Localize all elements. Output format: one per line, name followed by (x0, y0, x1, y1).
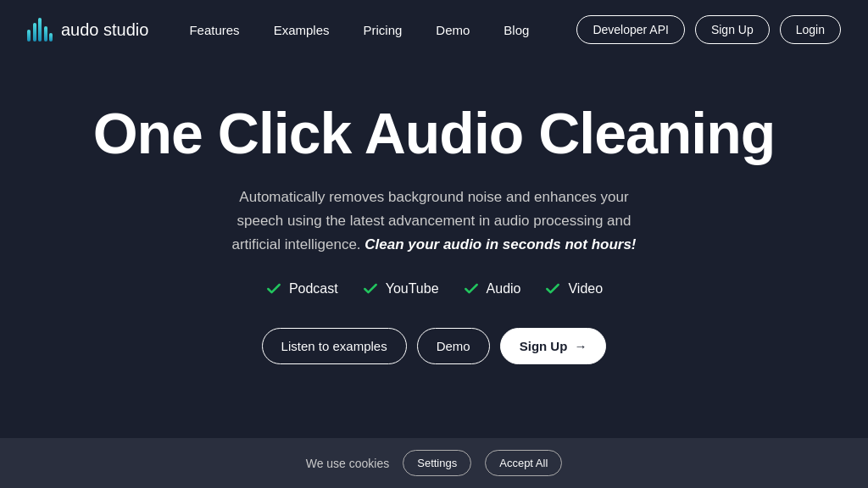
nav-links: Features Examples Pricing Demo Blog (189, 23, 576, 37)
hero-section: One Click Audio Cleaning Automatically r… (0, 59, 868, 385)
listen-examples-button[interactable]: Listen to examples (262, 328, 407, 364)
badge-youtube-label: YouTube (386, 281, 439, 297)
badge-audio: Audio (463, 280, 521, 297)
hero-title: One Click Audio Cleaning (93, 102, 776, 165)
badge-audio-label: Audio (487, 281, 521, 297)
nav-signup-button[interactable]: Sign Up (695, 15, 770, 44)
cookie-message: We use cookies (306, 457, 390, 470)
check-icon-video (544, 280, 561, 297)
check-icon-youtube (362, 280, 379, 297)
feature-badges: Podcast YouTube Audio Video (265, 280, 603, 297)
badge-video: Video (544, 280, 603, 297)
hero-signup-button[interactable]: Sign Up → (500, 328, 607, 364)
arrow-icon: → (574, 339, 587, 353)
developer-api-button[interactable]: Developer API (576, 15, 685, 44)
badge-podcast-label: Podcast (289, 281, 338, 297)
badge-video-label: Video (568, 281, 603, 297)
hero-description: Automatically removes background noise a… (222, 186, 646, 257)
logo-text: audo studio (61, 20, 148, 40)
logo-icon (27, 18, 53, 42)
cookie-settings-button[interactable]: Settings (403, 450, 471, 476)
badge-youtube: YouTube (362, 280, 439, 297)
demo-button[interactable]: Demo (417, 328, 490, 364)
nav-login-button[interactable]: Login (780, 15, 841, 44)
cookie-accept-button[interactable]: Accept All (485, 450, 562, 476)
cta-buttons: Listen to examples Demo Sign Up → (262, 328, 607, 364)
nav-link-examples[interactable]: Examples (274, 23, 330, 37)
nav-link-blog[interactable]: Blog (504, 23, 529, 37)
badge-podcast: Podcast (265, 280, 338, 297)
check-icon-podcast (265, 280, 282, 297)
navbar: audo studio Features Examples Pricing De… (0, 0, 868, 59)
logo[interactable]: audo studio (27, 18, 148, 42)
nav-link-features[interactable]: Features (189, 23, 239, 37)
hero-signup-label: Sign Up (520, 339, 568, 353)
nav-buttons: Developer API Sign Up Login (576, 15, 841, 44)
cookie-banner: We use cookies Settings Accept All (0, 438, 868, 488)
nav-link-pricing[interactable]: Pricing (363, 23, 402, 37)
nav-link-demo[interactable]: Demo (436, 23, 470, 37)
check-icon-audio (463, 280, 480, 297)
hero-description-highlight: Clean your audio in seconds not hours! (364, 236, 636, 252)
